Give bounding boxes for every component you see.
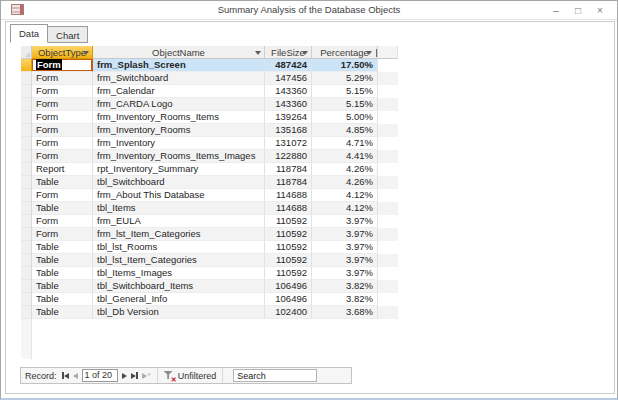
window-titlebar[interactable]: Summary Analysis of the Database Objects… xyxy=(1,1,617,20)
cell-file-size[interactable]: 110592 xyxy=(265,267,312,280)
cell-percentage[interactable]: 4.26% xyxy=(312,176,378,189)
cell-object-type[interactable]: Form xyxy=(32,189,93,202)
cell-object-name[interactable]: frm_Inventory xyxy=(93,137,265,150)
row-selector[interactable] xyxy=(21,280,32,293)
row-selector[interactable] xyxy=(21,59,32,72)
cell-object-name[interactable]: frm_CARDA Logo xyxy=(93,98,265,111)
row-selector[interactable] xyxy=(21,85,32,98)
cell-object-type[interactable]: Table xyxy=(32,293,93,306)
row-selector[interactable] xyxy=(21,202,32,215)
cell-percentage[interactable]: 3.97% xyxy=(312,241,378,254)
cell-object-type[interactable]: Table xyxy=(32,267,93,280)
cell-percentage[interactable]: 17.50% xyxy=(312,59,378,72)
row-selector[interactable] xyxy=(21,254,32,267)
cell-object-type[interactable]: Form xyxy=(32,72,93,85)
row-selector[interactable] xyxy=(21,293,32,306)
row-selector[interactable] xyxy=(21,72,32,85)
cell-object-type[interactable]: Form xyxy=(32,124,93,137)
filter-toggle[interactable]: ✕ Unfiltered xyxy=(164,370,217,381)
cell-file-size[interactable]: 106496 xyxy=(265,280,312,293)
chevron-down-icon[interactable] xyxy=(302,51,308,55)
row-selector[interactable] xyxy=(21,176,32,189)
cell-percentage[interactable]: 3.68% xyxy=(312,306,378,319)
cell-percentage[interactable]: 3.97% xyxy=(312,254,378,267)
header-file-size[interactable]: FileSize xyxy=(265,46,312,59)
minimize-icon[interactable]: – xyxy=(545,1,567,20)
cell-percentage[interactable]: 5.15% xyxy=(312,85,378,98)
row-selector[interactable] xyxy=(21,98,32,111)
cell-object-type[interactable]: Table xyxy=(32,176,93,189)
cell-object-name[interactable]: frm_EULA xyxy=(93,215,265,228)
cell-percentage[interactable]: 5.15% xyxy=(312,98,378,111)
row-selector[interactable] xyxy=(21,228,32,241)
cell-file-size[interactable]: 110592 xyxy=(265,254,312,267)
cell-file-size[interactable]: 106496 xyxy=(265,293,312,306)
cell-object-type[interactable]: Report xyxy=(32,163,93,176)
chevron-down-icon[interactable] xyxy=(83,51,89,55)
cell-percentage[interactable]: 4.85% xyxy=(312,124,378,137)
cell-percentage[interactable]: 3.82% xyxy=(312,280,378,293)
row-selector[interactable] xyxy=(21,189,32,202)
cell-object-type[interactable]: Table xyxy=(32,306,93,319)
cell-object-type[interactable]: Table xyxy=(32,241,93,254)
row-selector[interactable] xyxy=(21,267,32,280)
cell-percentage[interactable]: 4.26% xyxy=(312,163,378,176)
cell-object-name[interactable]: frm_Switchboard xyxy=(93,72,265,85)
row-selector[interactable] xyxy=(21,306,32,319)
cell-percentage[interactable]: 3.97% xyxy=(312,215,378,228)
cell-object-name[interactable]: tbl_Db Version xyxy=(93,306,265,319)
cell-object-type[interactable]: Form xyxy=(32,98,93,111)
cell-percentage[interactable]: 5.00% xyxy=(312,111,378,124)
header-object-name[interactable]: ObjectName xyxy=(93,46,265,59)
new-record-button[interactable]: * xyxy=(142,372,151,379)
cell-object-type[interactable]: Form xyxy=(32,150,93,163)
cell-file-size[interactable]: 114688 xyxy=(265,202,312,215)
last-record-button[interactable] xyxy=(131,372,138,379)
cell-percentage[interactable]: 3.82% xyxy=(312,293,378,306)
cell-file-size[interactable]: 102400 xyxy=(265,306,312,319)
cell-percentage[interactable]: 3.97% xyxy=(312,228,378,241)
cell-file-size[interactable]: 110592 xyxy=(265,215,312,228)
row-selector[interactable] xyxy=(21,215,32,228)
cell-object-type[interactable]: Form xyxy=(32,215,93,228)
cell-object-name[interactable]: tbl_General_Info xyxy=(93,293,265,306)
cell-object-name[interactable]: frm_Calendar xyxy=(93,85,265,98)
cell-object-name[interactable]: tbl_lst_Rooms xyxy=(93,241,265,254)
cell-file-size[interactable]: 110592 xyxy=(265,228,312,241)
cell-percentage[interactable]: 4.12% xyxy=(312,202,378,215)
cell-percentage[interactable]: 4.41% xyxy=(312,150,378,163)
header-object-type[interactable]: ObjectType xyxy=(32,46,93,59)
cell-percentage[interactable]: 5.29% xyxy=(312,72,378,85)
cell-object-name[interactable]: frm_Inventory_Rooms xyxy=(93,124,265,137)
cell-object-name[interactable]: tbl_Switchboard xyxy=(93,176,265,189)
tab-data[interactable]: Data xyxy=(10,24,48,43)
cell-object-type[interactable]: Form xyxy=(32,137,93,150)
record-position-input[interactable]: 1 of 20 xyxy=(82,369,118,382)
cell-file-size[interactable]: 147456 xyxy=(265,72,312,85)
cell-file-size[interactable]: 143360 xyxy=(265,98,312,111)
maximize-icon[interactable]: □ xyxy=(567,1,589,20)
cell-object-name[interactable]: tbl_Items_Images xyxy=(93,267,265,280)
select-all-corner[interactable] xyxy=(21,46,32,59)
cell-file-size[interactable]: 487424 xyxy=(265,59,312,72)
cell-object-name[interactable]: frm_lst_Item_Categories xyxy=(93,228,265,241)
previous-record-button[interactable] xyxy=(73,373,78,379)
cell-file-size[interactable]: 139264 xyxy=(265,111,312,124)
cell-file-size[interactable]: 143360 xyxy=(265,85,312,98)
cell-object-type[interactable]: Form xyxy=(32,228,93,241)
cell-object-name[interactable]: frm_Splash_Screen xyxy=(93,59,265,72)
cell-percentage[interactable]: 3.97% xyxy=(312,267,378,280)
row-selector[interactable] xyxy=(21,137,32,150)
cell-file-size[interactable]: 131072 xyxy=(265,137,312,150)
row-selector[interactable] xyxy=(21,124,32,137)
cell-object-type[interactable]: Form xyxy=(32,111,93,124)
chevron-down-icon[interactable] xyxy=(366,51,372,55)
cell-object-type[interactable]: Table xyxy=(32,254,93,267)
row-selector[interactable] xyxy=(21,241,32,254)
close-icon[interactable]: × xyxy=(589,1,611,20)
cell-percentage[interactable]: 4.71% xyxy=(312,137,378,150)
cell-object-type[interactable]: Form xyxy=(32,85,93,98)
cell-object-name[interactable]: rpt_Inventory_Summary xyxy=(93,163,265,176)
cell-object-type[interactable]: Table xyxy=(32,280,93,293)
cell-object-name[interactable]: frm_Inventory_Rooms_Items_Images xyxy=(93,150,265,163)
